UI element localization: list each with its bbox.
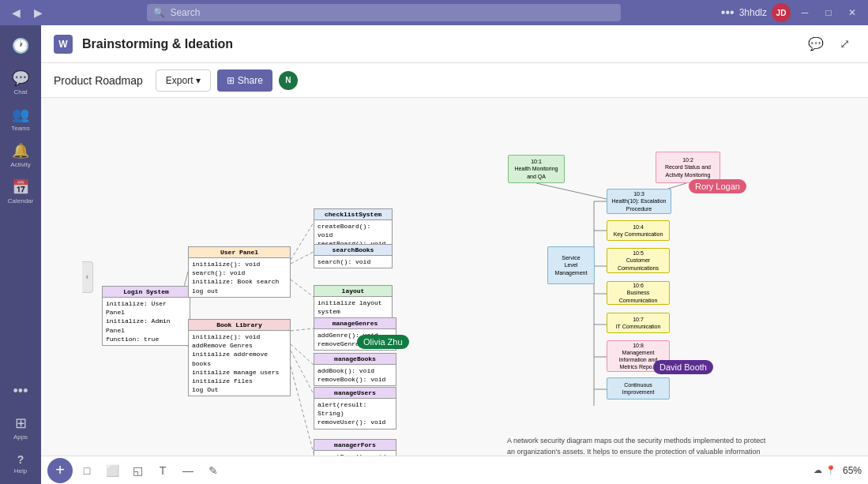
pen-icon: ✎ <box>209 464 218 477</box>
user-name: 3hhdlz <box>739 7 767 18</box>
flow-node-5: 10:5CustomerCommunications <box>607 248 670 273</box>
checklist-title: checklistSystem <box>314 209 392 220</box>
header-actions: 💬 ⤢ <box>805 33 855 55</box>
app-layout: 🕐 💬 Chat 👥 Teams 🔔 Activity 📅 Calendar •… <box>0 25 868 484</box>
sidebar-item-activity[interactable]: 🕐 <box>3 28 38 63</box>
manage-users-box: manageUsers alert(result: String)removeU… <box>314 387 396 430</box>
calendar-label: Calendar <box>8 197 33 204</box>
cursor-david-booth: David Booth <box>653 360 713 374</box>
manage-genres-title: manageGenres <box>314 318 396 329</box>
network-security-text: A network security diagram maps out the … <box>507 436 768 456</box>
user-panel-box: User Panel initialize(): voidsearch(): v… <box>188 246 291 298</box>
chat-icon: 💬 <box>12 69 29 87</box>
main-content: W Brainstorming & Ideation 💬 ⤢ Product R… <box>41 25 868 484</box>
export-button[interactable]: Export ▾ <box>156 69 211 92</box>
close-button[interactable]: ✕ <box>843 3 862 22</box>
svg-line-7 <box>291 351 314 394</box>
toolbar: Product Roadmap Export ▾ ⊞ Share N <box>41 63 868 98</box>
share-button[interactable]: ⊞ Share <box>217 69 272 92</box>
canvas-inner: Login System initialize: User Paneliniti… <box>41 98 868 456</box>
expand-button[interactable]: ⤢ <box>833 33 855 55</box>
cursor-rory-logan: Rory Logan <box>689 179 746 193</box>
restore-button[interactable]: □ <box>819 3 838 22</box>
back-button[interactable]: ◀ <box>6 3 25 22</box>
flow-node-6: 10:6BusinessCommunication <box>607 281 670 305</box>
sidebar-collapse-toggle[interactable]: ‹ <box>82 261 93 293</box>
text-tool-button[interactable]: T <box>152 460 174 482</box>
manage-users-methods: alert(result: String)removeUser(): void <box>314 399 396 429</box>
manager-fors-methods: exportFors(): void <box>314 451 396 456</box>
canvas-area[interactable]: ‹ <box>41 98 868 456</box>
chat-label: Chat <box>14 88 28 96</box>
cloud-icon: ☁ <box>814 465 822 475</box>
svg-line-5 <box>291 328 314 331</box>
book-library-title: Book Library <box>189 320 290 331</box>
teams-label: Teams <box>11 125 30 132</box>
sidebar-item-calendar[interactable]: 📅 Calendar <box>3 174 38 208</box>
title-bar-left: ◀ ▶ <box>6 3 47 22</box>
status-badge: ☁ 📍 <box>814 465 836 475</box>
more-options-button[interactable]: ••• <box>721 6 735 20</box>
flow-node-9: ContinuousImprovement <box>607 377 670 400</box>
share-icon: ⊞ <box>227 75 235 86</box>
svg-line-3 <box>291 280 314 297</box>
activity-label: Activity <box>10 161 30 168</box>
search-books-box: searchBooks search(): void <box>314 244 393 268</box>
manage-books-methods: addBook(): voidremoveBook(): void <box>314 365 396 385</box>
cursor-olivia-zhu: Olivia Zhu <box>357 335 409 349</box>
layout-box: layout initialize layout system <box>314 285 393 318</box>
flow-node-7: 10:7IT Communication <box>607 313 670 333</box>
manager-fors-title: managerFors <box>314 440 396 451</box>
bottom-toolbar-right: ☁ 📍 65% <box>814 465 862 476</box>
app-logo: W <box>54 35 73 54</box>
status-icons: 📍 <box>825 465 836 475</box>
line-icon: — <box>182 464 194 477</box>
add-element-button[interactable]: + <box>47 458 73 483</box>
user-avatar-small: N <box>279 71 298 90</box>
sidebar-item-more[interactable]: ••• <box>3 373 38 408</box>
svg-line-8 <box>291 366 314 453</box>
flow-node-3: 10:3Health(10): EscalationProcedure <box>607 189 671 214</box>
help-label: Help <box>14 467 27 475</box>
minimize-button[interactable]: ─ <box>795 3 814 22</box>
export-label: Export ▾ <box>166 75 201 86</box>
document-title: Product Roadmap <box>54 74 143 87</box>
user-panel-title: User Panel <box>189 247 290 258</box>
sidebar-item-chat[interactable]: 💬 Chat <box>3 65 38 99</box>
chat-panel-button[interactable]: 💬 <box>805 33 827 55</box>
app-title: Brainstorming & Ideation <box>82 37 233 51</box>
login-system-section: initialize: User Panelinitialize: Admin … <box>103 298 190 345</box>
apps-icon: ⊞ <box>15 415 27 432</box>
sidebar-item-notifications[interactable]: 🔔 Activity <box>3 137 38 172</box>
text-icon: T <box>160 464 167 477</box>
line-tool-button[interactable]: — <box>177 460 199 482</box>
sidebar-item-apps[interactable]: ⊞ Apps <box>3 410 38 445</box>
user-panel-section: initialize(): voidsearch(): voidinitiali… <box>189 258 290 297</box>
svg-line-4 <box>291 223 314 260</box>
flow-node-1: 10:1Health Monitoringand QA <box>508 155 565 183</box>
search-icon: 🔍 <box>153 7 165 18</box>
flow-slm: ServiceLevelManagement <box>547 246 595 284</box>
title-bar: ◀ ▶ 🔍 Search ••• 3hhdlz JD ─ □ ✕ <box>0 0 868 25</box>
connector-tool-button[interactable]: ◱ <box>126 460 148 482</box>
pen-tool-button[interactable]: ✎ <box>202 460 224 482</box>
sidebar-item-teams[interactable]: 👥 Teams <box>3 101 38 136</box>
sidebar-item-help[interactable]: ? Help <box>3 446 38 481</box>
bell-icon: 🔔 <box>12 142 29 159</box>
forward-button[interactable]: ▶ <box>28 3 47 22</box>
share-label: Share <box>238 75 263 86</box>
search-bar[interactable]: 🔍 Search <box>147 4 621 21</box>
more-icon: ••• <box>13 383 28 400</box>
svg-line-6 <box>291 344 314 365</box>
app-header: W Brainstorming & Ideation 💬 ⤢ <box>41 25 868 63</box>
rectangle-tool-icon: □ <box>84 464 90 477</box>
select-tool-button[interactable]: □ <box>76 460 98 482</box>
apps-label: Apps <box>13 433 28 441</box>
help-icon: ? <box>17 453 24 466</box>
flow-node-2: 10:2Record Status andActivity Monitoring <box>656 152 720 183</box>
activity-icon: 🕐 <box>12 37 29 54</box>
connector-icon: ◱ <box>133 464 143 477</box>
shape-tool-button[interactable]: ⬜ <box>101 460 123 482</box>
teams-icon: 👥 <box>12 106 29 123</box>
search-books-methods: search(): void <box>314 256 392 268</box>
